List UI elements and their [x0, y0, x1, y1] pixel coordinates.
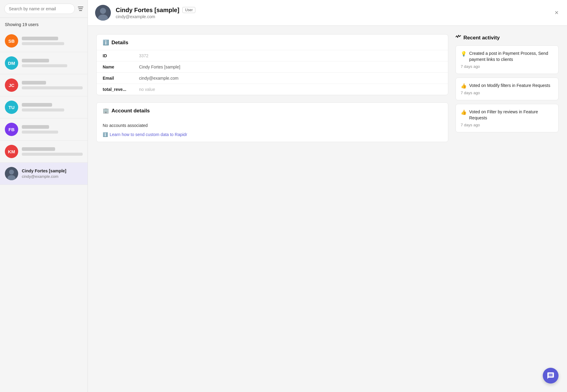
activity-item-time: 7 days ago: [461, 123, 553, 127]
table-row: Email cindy@example.com: [97, 73, 448, 84]
avatar: FB: [5, 123, 18, 136]
user-info: [22, 37, 83, 45]
user-detail-header: Cindy Fortes [sample] User cindy@example…: [88, 0, 567, 26]
user-email-blur: [22, 153, 83, 156]
user-name-blur: [22, 103, 52, 107]
active-user-email: cindy@example.com: [22, 174, 83, 179]
avatar: KM: [5, 145, 18, 158]
field-value-revenue: no value: [133, 84, 448, 95]
activity-item-text: Created a post in Payment Process, Send …: [469, 51, 553, 62]
right-content: ℹ️ Details ID 3372 Name Cindy Fortes [sa…: [88, 26, 567, 392]
svg-point-1: [9, 170, 14, 174]
field-key-email: Email: [97, 73, 133, 84]
user-role-badge: User: [182, 7, 195, 13]
header-email: cindy@example.com: [116, 14, 549, 19]
list-item[interactable]: KM: [0, 141, 88, 163]
thumbsup-icon: 👍: [461, 109, 467, 115]
table-row: ID 3372: [97, 50, 448, 61]
field-value-name: Cindy Fortes [sample]: [133, 61, 448, 73]
filter-icon[interactable]: [78, 7, 83, 11]
list-item-active[interactable]: Cindy Fortes [sample] cindy@example.com: [0, 163, 88, 185]
avatar: TU: [5, 101, 18, 114]
active-user-name: Cindy Fortes [sample]: [22, 168, 83, 173]
main-column: ℹ️ Details ID 3372 Name Cindy Fortes [sa…: [96, 34, 448, 384]
field-key-id: ID: [97, 50, 133, 61]
user-email-blur: [22, 86, 83, 89]
table-row: Name Cindy Fortes [sample]: [97, 61, 448, 73]
lightbulb-icon: 💡: [461, 51, 467, 57]
activity-item-time: 7 days ago: [461, 64, 553, 69]
learn-link[interactable]: ℹ️ Learn how to send custom data to Rapi…: [103, 132, 442, 137]
details-card-header: ℹ️ Details: [97, 35, 448, 50]
activity-icon: [456, 34, 461, 41]
account-details-card: 🏢 Account details No accounts associated…: [96, 102, 448, 142]
search-bar: [0, 0, 88, 18]
details-card: ℹ️ Details ID 3372 Name Cindy Fortes [sa…: [96, 34, 448, 95]
close-button[interactable]: ×: [553, 8, 560, 17]
left-panel: Showing 19 users SB DM JC TU: [0, 0, 88, 392]
info-circle-icon: ℹ️: [103, 132, 108, 137]
search-input[interactable]: [4, 4, 75, 14]
avatar: DM: [5, 56, 18, 70]
user-info: [22, 59, 83, 67]
field-value-id: 3372: [133, 50, 448, 61]
field-key-name: Name: [97, 61, 133, 73]
svg-point-4: [100, 8, 106, 14]
info-icon: ℹ️: [103, 39, 109, 46]
avatar: JC: [5, 78, 18, 92]
activity-column: Recent activity 💡 Created a post in Paym…: [456, 34, 559, 384]
user-email-blur: [22, 131, 58, 134]
user-name-blur: [22, 59, 49, 62]
user-full-name: Cindy Fortes [sample]: [116, 7, 179, 14]
header-info: Cindy Fortes [sample] User cindy@example…: [116, 7, 549, 19]
activity-item: 👍 Voted on Filter by reviews in Feature …: [456, 104, 559, 132]
user-info: Cindy Fortes [sample] cindy@example.com: [22, 168, 83, 179]
user-info: [22, 147, 83, 156]
user-info: [22, 125, 83, 134]
user-email-blur: [22, 108, 64, 111]
user-email-blur: [22, 42, 64, 45]
avatar: SB: [5, 34, 18, 48]
thumbsup-icon: 👍: [461, 83, 467, 89]
learn-link-text[interactable]: Learn how to send custom data to Rapidr: [110, 132, 187, 137]
list-item[interactable]: FB: [0, 118, 88, 141]
activity-item-time: 7 days ago: [461, 91, 553, 95]
right-panel: Cindy Fortes [sample] User cindy@example…: [88, 0, 567, 392]
user-name-blur: [22, 147, 55, 151]
table-row: total_reve... no value: [97, 84, 448, 95]
user-name-blur: [22, 81, 46, 85]
details-title: Details: [111, 40, 128, 46]
no-accounts-label: No accounts associated: [103, 123, 442, 128]
user-info: [22, 81, 83, 89]
details-table: ID 3372 Name Cindy Fortes [sample] Email…: [97, 50, 448, 95]
user-list: SB DM JC TU: [0, 30, 88, 392]
activity-item-header: 👍 Voted on Filter by reviews in Feature …: [461, 109, 553, 121]
list-item[interactable]: SB: [0, 30, 88, 52]
activity-item-text: Voted on Modify filters in Feature Reque…: [469, 83, 553, 89]
account-details-title: Account details: [111, 108, 150, 114]
activity-item: 👍 Voted on Modify filters in Feature Req…: [456, 78, 559, 100]
activity-label: Recent activity: [463, 35, 500, 41]
user-info: [22, 103, 83, 111]
chat-bubble-button[interactable]: [543, 368, 559, 384]
user-email-blur: [22, 64, 67, 67]
activity-item-header: 👍 Voted on Modify filters in Feature Req…: [461, 83, 553, 89]
user-name-blur: [22, 37, 58, 40]
activity-section-title: Recent activity: [456, 34, 559, 41]
list-item[interactable]: TU: [0, 96, 88, 118]
header-avatar: [95, 5, 111, 21]
list-item[interactable]: JC: [0, 74, 88, 96]
account-card-body: No accounts associated ℹ️ Learn how to s…: [97, 118, 448, 142]
field-value-email: cindy@example.com: [133, 73, 448, 84]
activity-item: 💡 Created a post in Payment Process, Sen…: [456, 45, 559, 74]
field-key-revenue: total_reve...: [97, 84, 133, 95]
user-name-blur: [22, 125, 49, 129]
account-card-header: 🏢 Account details: [97, 103, 448, 118]
activity-item-text: Voted on Filter by reviews in Feature Re…: [469, 109, 553, 121]
header-title: Cindy Fortes [sample] User: [116, 7, 549, 14]
showing-label: Showing 19 users: [0, 18, 88, 30]
building-icon: 🏢: [103, 108, 109, 114]
avatar: [5, 167, 18, 180]
activity-item-header: 💡 Created a post in Payment Process, Sen…: [461, 51, 553, 62]
list-item[interactable]: DM: [0, 52, 88, 74]
